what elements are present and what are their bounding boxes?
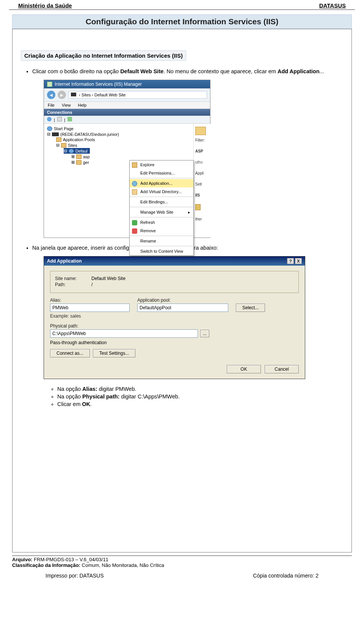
ctx-separator bbox=[130, 178, 193, 178]
footer-impresso: Impresso por: DATASUS bbox=[46, 573, 104, 579]
dialog-footer: OK Cancel bbox=[44, 362, 305, 379]
alias-input[interactable] bbox=[50, 304, 130, 312]
tree-server[interactable]: ⊟(REDE-DATASUS\edson.junior) bbox=[46, 131, 209, 137]
b1-pre: Clicar com o botão direito na opção bbox=[32, 68, 120, 74]
ctx-lbl-editbind: Edit Bindings... bbox=[140, 200, 168, 204]
forward-icon[interactable]: ► bbox=[58, 91, 66, 99]
page-footer: Arquivo: FRM-PMGDS-013 – V.6_04/03/11 Cl… bbox=[12, 556, 352, 568]
footer-class-label: Classificação da Informação: bbox=[12, 562, 80, 568]
select-button[interactable]: Select... bbox=[236, 304, 265, 312]
doc-title: Configuração do Internet Information Ser… bbox=[12, 14, 352, 29]
tree-default-web-site[interactable]: ⊟Defaul bbox=[64, 148, 90, 154]
ctx-lbl-refresh: Refresh bbox=[140, 220, 155, 225]
crumb-default: Default Web Site bbox=[94, 93, 126, 97]
s1-pre: Na opção bbox=[57, 386, 82, 392]
server-icon bbox=[52, 132, 59, 136]
ctx-lbl-switch: Switch to Content View bbox=[140, 249, 183, 253]
connect-as-button[interactable]: Connect as... bbox=[50, 349, 90, 357]
sep2: › bbox=[92, 93, 93, 97]
header-right: DATASUS bbox=[319, 2, 346, 9]
ctx-separator bbox=[130, 197, 193, 197]
s3-post: . bbox=[90, 401, 92, 407]
context-menu: Explore Edit Permissions... Add Applicat… bbox=[129, 160, 194, 256]
globe-icon bbox=[132, 181, 137, 186]
globe-icon bbox=[69, 149, 74, 153]
ctx-add-application[interactable]: Add Application... bbox=[130, 179, 193, 187]
ctx-manage-web-site[interactable]: Manage Web Site▸ bbox=[130, 208, 193, 216]
cancel-button[interactable]: Cancel bbox=[265, 365, 299, 373]
site-name-value: Default Web Site bbox=[91, 276, 126, 281]
ctx-switch-content-view[interactable]: Switch to Content View bbox=[130, 247, 193, 255]
iis-nav-bar: ◄ ► › Sites › Default Web Site bbox=[44, 88, 210, 102]
ctx-edit-permissions[interactable]: Edit Permissions... bbox=[130, 169, 193, 177]
section-title: Criação da Aplicação no Internet Informa… bbox=[21, 50, 186, 61]
path-label: Path: bbox=[55, 282, 82, 287]
tree-lbl-ger: ger bbox=[83, 160, 89, 165]
footer-arquivo-value: FRM-PMGDS-013 – V.6_04/03/11 bbox=[32, 557, 108, 562]
folder-large-icon bbox=[195, 127, 206, 135]
ctx-edit-bindings[interactable]: Edit Bindings... bbox=[130, 198, 193, 206]
connections-toolbar: | | bbox=[44, 116, 210, 124]
ctx-explore[interactable]: Explore bbox=[130, 161, 193, 169]
iis-screenshot: Internet Information Services (IIS) Mana… bbox=[44, 80, 210, 238]
tree-start-page[interactable]: Start Page bbox=[46, 126, 209, 131]
ctx-lbl-explore: Explore bbox=[140, 162, 154, 167]
back-icon[interactable]: ◄ bbox=[47, 91, 55, 99]
globe-icon[interactable] bbox=[47, 117, 52, 121]
app-pool-input bbox=[137, 304, 228, 312]
save-icon[interactable] bbox=[57, 117, 62, 121]
physical-path-input[interactable] bbox=[50, 329, 198, 338]
globe-icon bbox=[47, 126, 52, 131]
menu-file[interactable]: File bbox=[48, 103, 55, 107]
hint-setl: Setl bbox=[195, 182, 209, 186]
browse-button[interactable]: ... bbox=[200, 330, 209, 337]
hint-filter: Filter: bbox=[195, 138, 209, 142]
folder-icon bbox=[56, 137, 61, 142]
ctx-separator bbox=[130, 207, 193, 207]
tree-sites[interactable]: ⊟Sites bbox=[46, 142, 209, 148]
tree-lbl-default: Defaul bbox=[75, 149, 88, 153]
ctx-lbl-remove: Remove bbox=[140, 228, 156, 233]
sub-step-ok: Clicar em OK. bbox=[57, 401, 343, 407]
sub-step-physical-path: Na opção Physical path: digitar C:\Apps\… bbox=[57, 393, 343, 400]
ok-button[interactable]: OK bbox=[227, 365, 261, 373]
tree-app-pools[interactable]: Application Pools bbox=[46, 137, 209, 142]
ctx-remove[interactable]: Remove bbox=[130, 227, 193, 235]
crumb-sites: Sites bbox=[82, 93, 91, 97]
page-footer-2: Impresso por: DATASUS Cópia controlada n… bbox=[0, 568, 364, 584]
ctx-refresh[interactable]: Refresh bbox=[130, 218, 193, 227]
hint-auth: utho bbox=[195, 160, 209, 164]
b1-bold2: Add Application bbox=[278, 68, 320, 74]
ctx-add-virtual-directory[interactable]: Add Virtual Directory... bbox=[130, 187, 193, 196]
main-frame: Criação da Aplicação no Internet Informa… bbox=[12, 29, 352, 552]
iis-title-bar: Internet Information Services (IIS) Mana… bbox=[44, 80, 210, 88]
ctx-separator bbox=[130, 236, 193, 236]
right-panel-hint: Filter: ASP utho Appli Setl IIS ther bbox=[193, 124, 211, 238]
connections-tree: Start Page ⊟(REDE-DATASUS\edson.junior) … bbox=[44, 124, 210, 238]
ctx-lbl-manage: Manage Web Site bbox=[140, 210, 173, 214]
path-value: / bbox=[91, 282, 93, 287]
help-button[interactable]: ? bbox=[287, 258, 294, 264]
refresh-icon bbox=[132, 220, 137, 225]
test-settings-button[interactable]: Test Settings... bbox=[93, 349, 136, 357]
refresh-icon[interactable] bbox=[67, 117, 72, 121]
tree-asp[interactable]: ⊞asp bbox=[46, 154, 209, 159]
breadcrumb[interactable]: › Sites › Default Web Site bbox=[68, 91, 207, 99]
s3-pre: Clicar em bbox=[57, 401, 82, 407]
menu-view[interactable]: View bbox=[62, 103, 71, 107]
ctx-separator bbox=[130, 217, 193, 217]
folder-icon bbox=[132, 162, 137, 168]
folder-icon bbox=[132, 189, 137, 195]
close-button[interactable]: X bbox=[295, 258, 302, 264]
ctx-lbl-rename: Rename bbox=[140, 239, 156, 243]
alias-example: Example: sales bbox=[50, 313, 299, 319]
tree-lbl-asp: asp bbox=[83, 154, 90, 159]
hint-iis: IIS bbox=[195, 193, 200, 197]
folder-icon bbox=[76, 154, 82, 159]
app-pool-label: Application pool: bbox=[137, 297, 228, 303]
menu-help[interactable]: Help bbox=[78, 103, 87, 107]
ctx-lbl-addvd: Add Virtual Directory... bbox=[140, 189, 182, 194]
footer-copia: Cópia controlada número: 2 bbox=[253, 573, 318, 579]
ctx-rename[interactable]: Rename bbox=[130, 237, 193, 245]
dialog-title-text: Add Application bbox=[47, 258, 82, 264]
